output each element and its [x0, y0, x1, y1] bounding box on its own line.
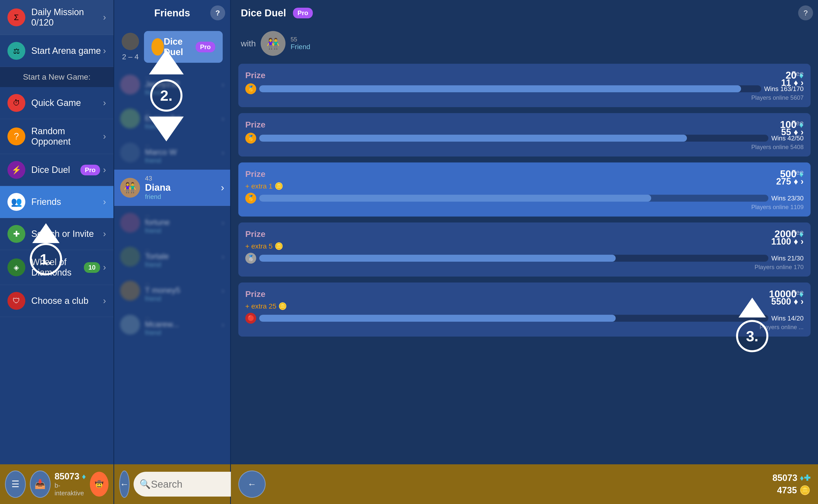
wheel-diamonds-arrow: ›: [103, 262, 106, 273]
friend-couple-info: 55 Friend: [291, 36, 310, 51]
prize-tier-2[interactable]: Prize 100 ♦ Fee 55 ♦ › 🥇 Wins 42/50 Play…: [238, 113, 811, 157]
friend-item-eurace[interactable]: ... Eurace/lat friend ›: [114, 102, 230, 136]
friend-item-jenny[interactable]: ... Jenny232 friend ›: [114, 68, 230, 102]
diamond-icon: ♦: [82, 472, 86, 481]
friends-label: Friends: [31, 197, 103, 207]
medal-gold-2: 🥇: [245, 133, 256, 144]
friends-back-button[interactable]: ←: [119, 471, 129, 498]
sidebar-item-wheel-diamonds[interactable]: ◈ Wheel of Diamonds 10 ›: [0, 250, 113, 285]
wins-bar-fill-3: [259, 195, 651, 202]
dice-duel-arrow: ›: [103, 165, 106, 175]
dice-duel-title-row: Dice Duel Pro: [241, 7, 313, 19]
prize-tier-1-wins: 🥇 Wins 163/170: [245, 83, 804, 94]
wheel-diamonds-label: Wheel of Diamonds: [31, 257, 81, 278]
choose-club-arrow: ›: [103, 296, 106, 306]
dice-duel-pro-badge: Pro: [293, 8, 313, 18]
menu-button[interactable]: ☰: [5, 471, 26, 498]
right-coins-amount: 4735: [777, 485, 797, 496]
right-back-button[interactable]: ←: [238, 471, 266, 498]
search-invite-arrow: ›: [103, 229, 106, 239]
friends-icon: 👥: [7, 193, 25, 211]
prize-tier-1-label: Prize: [245, 70, 266, 80]
selected-game-card[interactable]: Dice Duel Pro: [144, 31, 223, 63]
friend-item-fortune[interactable]: ... fortune friend ›: [114, 206, 230, 240]
friend-info-eurace: ... Eurace/lat friend: [145, 107, 222, 130]
prize-tier-1-fee: Fee 11 ♦ ›: [781, 70, 804, 88]
friend-couple-avatar: 👫: [261, 31, 286, 56]
quick-game-arrow: ›: [103, 98, 106, 108]
dice-duel-help-button[interactable]: ?: [798, 5, 813, 20]
medal-gold-3: 🥇: [245, 193, 256, 204]
sidebar-item-quick-game[interactable]: ⏱ Quick Game ›: [0, 87, 113, 119]
prize-tier-4-wins: 🥈 Wins 21/30: [245, 253, 804, 264]
sidebar-item-random-opponent[interactable]: ? Random Opponent ›: [0, 119, 113, 154]
search-icon: 🔍: [139, 479, 151, 489]
medal-red-5: 🔴: [245, 313, 256, 324]
prize-tier-4-fee: Fee 1100 ♦ ›: [771, 228, 804, 247]
prize-tier-4[interactable]: Prize 2000 ♦ Fee 1100 ♦ › + extra 5 🪙 🥈 …: [238, 222, 811, 277]
prize-tier-5-label: Prize: [245, 289, 266, 299]
prize-tier-1[interactable]: Prize 20 ♦ Fee 11 ♦ › 🥇 Wins 163/170 Pla…: [238, 64, 811, 107]
username-label: b-interaktive: [55, 482, 86, 497]
friend-item-tmoney[interactable]: ... T money5 friend ›: [114, 274, 230, 308]
wins-bar-fill-5: [259, 315, 616, 322]
medal-silver-4: 🥈: [245, 253, 256, 264]
friend-avatar-diana: 👫: [120, 178, 140, 198]
inactive-game-circle: [122, 33, 139, 50]
active-game-circle: [151, 38, 164, 56]
friend-avatar-eurace: [120, 109, 140, 128]
sidebar-item-daily-mission[interactable]: Σ Daily Mission 0/120 ›: [0, 0, 113, 35]
sidebar-item-start-arena[interactable]: ⚖ Start Arena game ›: [0, 35, 113, 67]
prize-tier-3-wins: 🥇 Wins 23/30: [245, 193, 804, 204]
start-arena-arrow: ›: [103, 46, 106, 56]
daily-mission-label: Daily Mission 0/120: [31, 7, 103, 28]
right-diamond-icon: ♦✚: [800, 473, 811, 483]
friend-item-tortale[interactable]: ... Tortale friend ›: [114, 240, 230, 274]
prize-tier-3[interactable]: Prize 500 ♦ Fee 275 ♦ › + extra 1 🪙 🥇 Wi…: [238, 162, 811, 217]
sidebar-item-choose-club[interactable]: 🛡 Choose a club ›: [0, 285, 113, 317]
prize-tier-5-wins: 🔴 Wins 14/20: [245, 313, 804, 324]
friend-avatar-fortune: [120, 213, 140, 233]
right-currency-amount: 85073: [773, 473, 797, 483]
choose-club-label: Choose a club: [31, 296, 103, 306]
game-range-label: 2 – 4: [122, 53, 139, 61]
friends-title: Friends: [154, 7, 190, 18]
prize-tier-5-header: Prize 10000 ♦ Fee 5500 ♦ ›: [245, 288, 804, 300]
prize-tier-5-extra: + extra 25 🪙: [245, 302, 804, 310]
wins-bar-fill-2: [259, 135, 687, 142]
currency-display: 85073 ♦ b-interaktive: [55, 471, 86, 497]
medal-gold-1: 🥇: [245, 83, 256, 94]
friend-couple-tag: Friend: [291, 43, 310, 51]
prize-tier-3-header: Prize 500 ♦ Fee 275 ♦ ›: [245, 168, 804, 180]
random-opponent-label: Random Opponent: [31, 126, 103, 147]
currency-amount: 85073: [55, 471, 79, 482]
friend-info-marco: ... Marco W friend: [145, 141, 222, 164]
friend-item-marco[interactable]: ... Marco W friend ›: [114, 136, 230, 170]
prize-tier-3-fee: Fee 275 ♦ ›: [776, 168, 804, 187]
random-opponent-arrow: ›: [103, 131, 106, 142]
friend-info-diana: 43 Diana friend: [145, 175, 221, 201]
friend-item-diana[interactable]: 👫 43 Diana friend ›: [114, 170, 230, 206]
friend-avatar-mcarew: [120, 315, 140, 335]
sidebar-item-dice-duel[interactable]: ⚡ Dice Duel Pro ›: [0, 154, 113, 186]
friends-arrow: ›: [103, 197, 106, 207]
prize-tier-5[interactable]: Prize 10000 ♦ Fee 5500 ♦ › + extra 25 🪙 …: [238, 283, 811, 337]
prize-tier-2-header: Prize 100 ♦ Fee 55 ♦ ›: [245, 119, 804, 130]
quick-game-label: Quick Game: [31, 98, 103, 108]
sidebar-item-friends[interactable]: 👥 Friends ›: [0, 186, 113, 218]
dice-duel-title: Dice Duel: [241, 7, 286, 19]
friends-list: ... Jenny232 friend › ... Eurace/lat fri…: [114, 68, 230, 464]
dice-duel-icon: ⚡: [7, 161, 25, 179]
wins-bar-fill-1: [259, 85, 741, 92]
prize-tier-2-wins: 🥇 Wins 42/50: [245, 133, 804, 144]
friends-help-button[interactable]: ?: [210, 5, 225, 20]
sidebar-item-search-invite[interactable]: ✚ Search or Invite ›: [0, 218, 113, 250]
friend-item-mcarew[interactable]: ... Mcarew... friend ›: [114, 308, 230, 342]
wins-bar-fill-4: [259, 255, 616, 262]
friend-info-mcarew: ... Mcarew... friend: [145, 313, 222, 337]
daily-mission-icon: Σ: [7, 8, 25, 26]
user-avatar[interactable]: 🤠: [90, 472, 108, 497]
friend-info-jenny: ... Jenny232 friend: [145, 73, 222, 96]
inbox-button[interactable]: 📥: [30, 471, 51, 498]
friend-avatar-marco: [120, 143, 140, 162]
